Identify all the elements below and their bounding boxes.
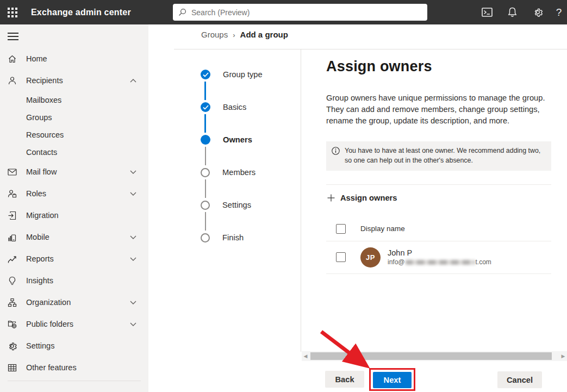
- scroll-left-arrow-icon[interactable]: ◀: [302, 353, 309, 359]
- breadcrumb-current: Add a group: [240, 30, 288, 39]
- step-label: Members: [222, 168, 256, 177]
- step-upcoming-icon: [201, 201, 210, 210]
- chevron-down-icon: [130, 322, 136, 326]
- wizard-step-group-type[interactable]: Group type: [201, 69, 263, 80]
- terminal-icon[interactable]: [474, 0, 500, 24]
- sidebar-nav: Home Recipients Mailboxes Groups Resourc…: [0, 24, 148, 392]
- email-suffix: t.com: [476, 258, 491, 266]
- chevron-down-icon: [130, 170, 136, 174]
- sidebar-item-home[interactable]: Home: [0, 48, 148, 70]
- sidebar-item-mailboxes[interactable]: Mailboxes: [0, 91, 148, 109]
- step-connector: [205, 179, 206, 198]
- avatar: JP: [360, 247, 381, 267]
- assign-owners-button-label: Assign owners: [340, 194, 397, 202]
- horizontal-scrollbar[interactable]: ◀ ▶: [302, 351, 567, 361]
- sidebar-item-label: Reports: [26, 254, 54, 263]
- sidebar-divider: [8, 381, 141, 381]
- sidebar-item-label: Public folders: [26, 320, 73, 328]
- row-checkbox[interactable]: [336, 252, 346, 262]
- sidebar-item-groups[interactable]: Groups: [0, 109, 148, 126]
- person-icon: [8, 76, 17, 85]
- sidebar-item-settings[interactable]: Settings: [0, 335, 148, 357]
- wizard-step-settings[interactable]: Settings: [201, 200, 251, 210]
- chevron-up-icon: [130, 79, 136, 83]
- table-divider: [326, 273, 551, 274]
- scroll-right-arrow-icon[interactable]: ▶: [559, 353, 567, 359]
- table-row[interactable]: JP John P info@ t.com: [326, 241, 551, 273]
- app-title: Exchange admin center: [31, 8, 131, 17]
- next-button[interactable]: Next: [373, 372, 412, 388]
- gear-icon[interactable]: [525, 0, 551, 24]
- app-launcher-button[interactable]: [0, 0, 24, 24]
- assign-owners-button[interactable]: Assign owners: [326, 191, 398, 204]
- wizard-step-owners[interactable]: Owners: [201, 134, 252, 145]
- step-upcoming-icon: [201, 168, 210, 177]
- sidebar-item-public-folders[interactable]: Public folders: [0, 313, 148, 335]
- sidebar-item-label: Other features: [26, 363, 77, 372]
- info-banner-text: You have to have at least one owner. We …: [345, 146, 545, 166]
- home-icon: [8, 54, 17, 64]
- chevron-down-icon: [130, 192, 136, 196]
- mobile-icon: [8, 233, 17, 242]
- step-upcoming-icon: [201, 233, 210, 242]
- sidebar-item-label: Roles: [26, 189, 46, 198]
- sidebar-item-organization[interactable]: Organization: [0, 291, 148, 313]
- wizard-step-basics[interactable]: Basics: [201, 102, 246, 113]
- wizard-step-finish[interactable]: Finish: [201, 232, 244, 243]
- scrollbar-thumb[interactable]: [310, 352, 552, 360]
- top-bar: Exchange admin center ?: [0, 0, 567, 24]
- table-header-row: Display name: [326, 224, 551, 234]
- grid-icon: [8, 363, 17, 372]
- sidebar-item-resources[interactable]: Resources: [0, 126, 148, 144]
- wizard-panel-divider: [301, 49, 301, 352]
- step-current-icon: [201, 135, 210, 145]
- back-button[interactable]: Back: [325, 371, 364, 388]
- main-panel: Assign owners Group owners have unique p…: [326, 49, 551, 274]
- section-divider: [326, 184, 551, 185]
- email-prefix: info@: [388, 258, 405, 266]
- help-icon[interactable]: ?: [551, 0, 567, 24]
- cancel-button[interactable]: Cancel: [497, 371, 542, 388]
- sidebar-item-contacts[interactable]: Contacts: [0, 144, 148, 161]
- sidebar-item-migration[interactable]: Migration: [0, 204, 148, 226]
- step-completed-icon: [201, 70, 210, 79]
- sidebar-item-label: Settings: [26, 341, 54, 350]
- step-label: Basics: [223, 103, 246, 111]
- line-chart-icon: [8, 254, 17, 264]
- sidebar-item-label: Mailboxes: [26, 96, 61, 104]
- step-label: Finish: [222, 233, 244, 242]
- migration-icon: [8, 211, 17, 220]
- step-label: Group type: [223, 70, 263, 79]
- chevron-down-icon: [130, 257, 136, 261]
- breadcrumb-separator: ›: [233, 31, 235, 39]
- sidebar-item-roles[interactable]: Roles: [0, 183, 148, 204]
- person-email: info@ t.com: [388, 258, 491, 266]
- sidebar-item-mail-flow[interactable]: Mail flow: [0, 161, 148, 183]
- info-icon: [332, 147, 340, 166]
- bell-icon[interactable]: [500, 0, 525, 24]
- select-all-checkbox[interactable]: [336, 224, 346, 234]
- wizard-step-members[interactable]: Members: [201, 167, 256, 178]
- mail-icon: [8, 167, 17, 177]
- sidebar-item-label: Mail flow: [26, 167, 57, 176]
- sidebar-item-other-features[interactable]: Other features: [0, 357, 148, 378]
- sidebar-item-reports[interactable]: Reports: [0, 248, 148, 270]
- breadcrumb-groups-link[interactable]: Groups: [201, 30, 228, 39]
- scrollbar-track[interactable]: [309, 352, 559, 360]
- info-banner: You have to have at least one owner. We …: [326, 141, 551, 171]
- sidebar-item-recipients[interactable]: Recipients: [0, 70, 148, 91]
- org-chart-icon: [8, 298, 17, 307]
- sidebar-item-insights[interactable]: Insights: [0, 270, 148, 291]
- sidebar-item-mobile[interactable]: Mobile: [0, 226, 148, 248]
- breadcrumb: Groups › Add a group: [201, 30, 288, 39]
- exchange-admin-center-window: Exchange admin center ? Home: [0, 0, 567, 392]
- page-description: Group owners have unique permissions to …: [326, 92, 551, 127]
- search-box[interactable]: [173, 4, 427, 21]
- step-connector: [204, 114, 206, 133]
- app-launcher-icon: [8, 8, 17, 17]
- lightbulb-icon: [8, 276, 17, 285]
- search-input[interactable]: [191, 8, 422, 17]
- step-connector: [205, 147, 206, 165]
- nav-collapse-button[interactable]: [0, 24, 148, 48]
- step-completed-icon: [201, 102, 210, 112]
